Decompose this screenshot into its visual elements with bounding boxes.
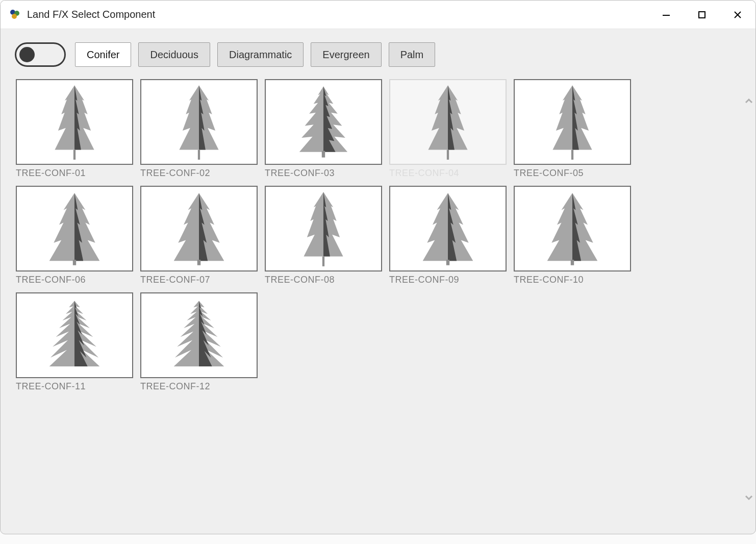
component-label: TREE-CONF-06 (16, 275, 133, 285)
component-label: TREE-CONF-01 (16, 168, 133, 179)
svg-rect-4 (699, 12, 705, 18)
scroll-up-icon[interactable] (743, 95, 754, 107)
category-button-deciduous[interactable]: Deciduous (138, 42, 210, 67)
window-title: Land F/X Select Component (27, 9, 648, 20)
category-button-evergreen[interactable]: Evergreen (311, 42, 381, 67)
toolbar: ConiferDeciduousDiagrammaticEvergreenPal… (1, 29, 755, 74)
component-label: TREE-CONF-02 (140, 168, 258, 179)
app-icon (9, 9, 21, 21)
component-label: TREE-CONF-08 (265, 275, 382, 285)
component-label: TREE-CONF-11 (16, 381, 133, 392)
component-thumbnail (265, 79, 382, 165)
component-label: TREE-CONF-03 (265, 168, 382, 179)
component-card[interactable]: TREE-CONF-08 (265, 186, 382, 285)
component-thumbnail (140, 186, 258, 271)
component-card[interactable]: TREE-CONF-06 (16, 186, 133, 285)
category-button-conifer[interactable]: Conifer (75, 42, 131, 67)
component-thumbnail (140, 79, 258, 165)
app-window: Land F/X Select Component ConiferDeciduo… (0, 0, 756, 534)
component-thumbnail (16, 79, 133, 165)
component-thumbnail (16, 186, 133, 271)
component-card[interactable]: TREE-CONF-05 (514, 79, 631, 179)
component-card[interactable]: TREE-CONF-12 (140, 292, 258, 392)
component-card[interactable]: TREE-CONF-09 (389, 186, 507, 285)
window-controls (648, 1, 755, 29)
titlebar: Land F/X Select Component (1, 1, 755, 29)
close-button[interactable] (720, 1, 755, 29)
toggle-knob (19, 47, 35, 62)
component-label: TREE-CONF-12 (140, 381, 258, 392)
component-thumbnail (265, 186, 382, 271)
component-card[interactable]: TREE-CONF-07 (140, 186, 258, 285)
component-grid: TREE-CONF-01TREE-CONF-02TREE-CONF-03TREE… (1, 74, 742, 534)
component-thumbnail (389, 79, 507, 165)
maximize-button[interactable] (684, 1, 720, 29)
svg-point-2 (12, 14, 17, 19)
minimize-button[interactable] (648, 1, 684, 29)
component-card[interactable]: TREE-CONF-01 (16, 79, 133, 179)
component-card[interactable]: TREE-CONF-03 (265, 79, 382, 179)
scrollbar[interactable] (742, 74, 755, 534)
svg-rect-3 (663, 15, 670, 16)
component-card[interactable]: TREE-CONF-10 (514, 186, 631, 285)
component-label: TREE-CONF-04 (389, 168, 507, 179)
component-card[interactable]: TREE-CONF-04 (389, 79, 507, 179)
component-thumbnail (16, 292, 133, 378)
category-button-palm[interactable]: Palm (389, 42, 436, 67)
view-toggle[interactable] (15, 42, 66, 67)
scroll-down-icon[interactable] (743, 492, 754, 503)
component-label: TREE-CONF-09 (389, 275, 507, 285)
component-thumbnail (514, 186, 631, 271)
component-thumbnail (514, 79, 631, 165)
component-label: TREE-CONF-07 (140, 275, 258, 285)
component-card[interactable]: TREE-CONF-02 (140, 79, 258, 179)
category-button-diagrammatic[interactable]: Diagrammatic (217, 42, 304, 67)
component-card[interactable]: TREE-CONF-11 (16, 292, 133, 392)
component-thumbnail (389, 186, 507, 271)
component-label: TREE-CONF-05 (514, 168, 631, 179)
component-thumbnail (140, 292, 258, 378)
content-area: TREE-CONF-01TREE-CONF-02TREE-CONF-03TREE… (1, 74, 755, 534)
category-buttons: ConiferDeciduousDiagrammaticEvergreenPal… (75, 42, 435, 67)
component-label: TREE-CONF-10 (514, 275, 631, 285)
